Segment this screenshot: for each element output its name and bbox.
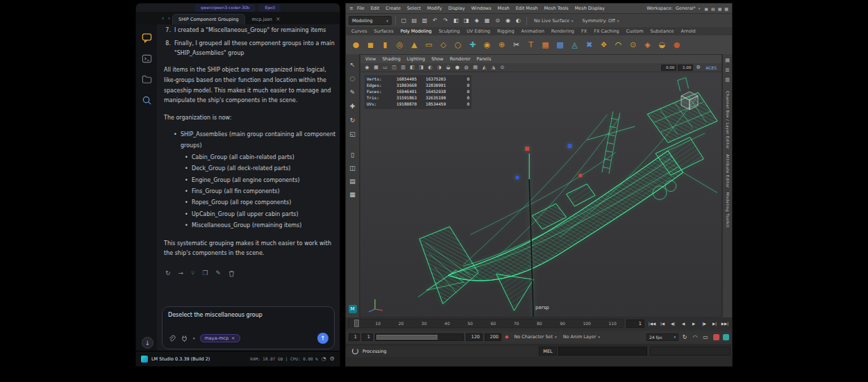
- panel-toolbar-icon[interactable]: ◧: [408, 64, 416, 72]
- toolbar-icon[interactable]: ▤: [410, 16, 419, 25]
- panel-menu-item[interactable]: Panels: [476, 56, 491, 62]
- shelf-icon[interactable]: ◬: [569, 39, 581, 51]
- time-ruler[interactable]: 0102030405060708090100110: [348, 319, 624, 328]
- playback-end-field[interactable]: 120: [466, 333, 483, 341]
- shelf-tab[interactable]: UV Editing: [467, 28, 490, 34]
- shelf-tab[interactable]: FX Caching: [594, 28, 619, 34]
- toolbar-icon[interactable]: ↶: [431, 16, 440, 25]
- shelf-icon[interactable]: ✚: [467, 39, 478, 51]
- developer-icon[interactable]: [142, 53, 152, 64]
- panel-toolbar-icon[interactable]: ▭: [381, 64, 389, 72]
- playback-button[interactable]: ▶▶|: [720, 319, 730, 328]
- menu-item[interactable]: Create: [385, 6, 401, 11]
- fps-selector[interactable]: 24 fps ▾: [646, 333, 678, 341]
- panel-toolbar-icon[interactable]: ●: [453, 64, 461, 72]
- shelf-tab[interactable]: Poly Modeling: [401, 28, 432, 34]
- loaded-model-chip[interactable]: qwen/qwen3-coder-30b: [195, 4, 256, 12]
- tool-icon[interactable]: ✚: [348, 101, 358, 111]
- panel-menu-item[interactable]: Shading: [382, 56, 400, 62]
- character-set-selector[interactable]: No Character Set ▾: [514, 334, 556, 340]
- tab-back-button[interactable]: ‹: [160, 15, 166, 22]
- shelf-icon[interactable]: ⊙: [627, 39, 639, 51]
- plug-mcp-icon[interactable]: [181, 335, 188, 342]
- layout-icon[interactable]: ◫: [348, 163, 358, 173]
- menubar-icon[interactable]: ▣: [704, 6, 708, 11]
- shelf-icon[interactable]: T: [525, 39, 537, 51]
- prompt-input-box[interactable]: Deselect the miscellaneous group ▾ maya-…: [162, 306, 335, 349]
- toolbar-icon[interactable]: ◉: [503, 16, 512, 25]
- edit-icon[interactable]: ✎: [216, 268, 222, 279]
- menu-item[interactable]: Select: [407, 6, 421, 11]
- tab-ship-component-grouping[interactable]: SHIP Component Grouping: [172, 14, 245, 24]
- shelf-icon[interactable]: ◇: [437, 39, 449, 51]
- branch-icon[interactable]: ⑂: [191, 268, 194, 279]
- playback-button[interactable]: |◀: [658, 319, 667, 328]
- menu-item[interactable]: Windows: [471, 6, 492, 11]
- gamma-field[interactable]: 1.00: [678, 65, 693, 71]
- red-marker-cube[interactable]: [525, 147, 529, 151]
- shelf-icon[interactable]: ◎: [394, 39, 406, 51]
- panel-toolbar-icon[interactable]: ◨: [417, 64, 425, 72]
- set-key-icon[interactable]: ◆: [505, 334, 508, 340]
- playback-button[interactable]: ◀: [678, 319, 688, 328]
- shelf-tab[interactable]: Surfaces: [374, 28, 394, 34]
- panel-toolbar-icon[interactable]: ◒: [444, 64, 452, 72]
- playback-button[interactable]: |▶: [699, 319, 709, 328]
- menu-item[interactable]: Mesh Display: [575, 6, 605, 11]
- shelf-icon[interactable]: ▭: [423, 39, 435, 51]
- regenerate-icon[interactable]: ↻: [165, 268, 171, 279]
- tab-close-icon[interactable]: ×: [276, 16, 281, 22]
- viewport-canvas[interactable]: Verts: 16854495 16375203 0 Edges: 318036…: [360, 72, 721, 317]
- playback-start-field[interactable]: 1: [362, 333, 373, 341]
- shelf-tab[interactable]: Arnold: [681, 28, 696, 34]
- layout-icon[interactable]: ▦: [348, 190, 358, 199]
- panel-toggle-icon[interactable]: ▥: [724, 76, 731, 83]
- shelf-tab[interactable]: Curves: [351, 28, 367, 34]
- shelf-icon[interactable]: ✂: [510, 39, 522, 51]
- menubar-icon[interactable]: ▩: [724, 6, 728, 11]
- panel-menu-item[interactable]: Show: [431, 56, 444, 62]
- panel-toolbar-icon[interactable]: ▥: [399, 64, 407, 72]
- playback-button[interactable]: ▶: [689, 319, 699, 328]
- menu-item[interactable]: Mesh Tools: [544, 6, 568, 11]
- usage-gauge-icon[interactable]: ◔: [322, 356, 326, 362]
- vertical-panel-tab[interactable]: Channel Box / Layer Editor: [726, 91, 730, 149]
- shelf-icon[interactable]: ●: [671, 39, 683, 51]
- chat-icon[interactable]: [142, 33, 152, 43]
- shelf-icon[interactable]: ❖: [598, 39, 610, 51]
- tab-forward-button[interactable]: ›: [166, 15, 172, 22]
- toolbar-icon[interactable]: ◧: [451, 16, 460, 25]
- panel-toolbar-icon[interactable]: ▦: [372, 64, 380, 72]
- toolbar-icon[interactable]: ◐: [514, 16, 523, 25]
- shelf-tab[interactable]: Rigging: [497, 28, 515, 34]
- panel-menu-item[interactable]: Lighting: [407, 56, 425, 62]
- panel-toolbar-icon[interactable]: ◮: [490, 64, 497, 72]
- menubar-icon[interactable]: ▤: [711, 6, 715, 11]
- shelf-icon[interactable]: ✖: [583, 39, 595, 51]
- prefs-shortcut-icon[interactable]: [723, 334, 729, 340]
- shelf-icon[interactable]: ●: [350, 39, 362, 51]
- time-slider[interactable]: 0102030405060708090100110 1 |◀◀|◀◀|◀▶|▶▶…: [346, 317, 732, 329]
- panel-menu-item[interactable]: Renderer: [450, 56, 471, 62]
- command-input-field[interactable]: [558, 347, 647, 356]
- shelf-icon[interactable]: ◠: [612, 39, 624, 51]
- tool-icon[interactable]: ◱: [348, 129, 358, 139]
- toolbar-icon[interactable]: ▦: [483, 16, 492, 25]
- playback-button[interactable]: ◀|: [668, 319, 678, 328]
- models-folder-icon[interactable]: [142, 74, 152, 85]
- tool-icon[interactable]: ↖: [348, 60, 358, 69]
- vertical-panel-tab[interactable]: Modeling Toolkit: [726, 192, 730, 228]
- toolbar-icon[interactable]: ⊙: [493, 16, 502, 25]
- workspace-selector[interactable]: Workspace: General* ▾: [646, 6, 700, 11]
- view-cube[interactable]: [676, 88, 703, 113]
- auto-keyframe-toggle[interactable]: [713, 334, 719, 340]
- shelf-tab[interactable]: Animation: [521, 28, 544, 34]
- panel-toolbar-icon[interactable]: ◫: [390, 64, 398, 72]
- panel-toolbar-icon[interactable]: ◐: [426, 64, 434, 72]
- shelf-icon[interactable]: ⊕: [496, 39, 508, 51]
- shelf-icon[interactable]: ◼: [365, 39, 376, 51]
- settings-gear-icon[interactable]: ⚙: [330, 356, 335, 362]
- plug-caret-icon[interactable]: ▾: [193, 336, 195, 340]
- panel-toolbar-icon[interactable]: ⊙: [499, 64, 506, 72]
- discover-search-icon[interactable]: [142, 95, 152, 106]
